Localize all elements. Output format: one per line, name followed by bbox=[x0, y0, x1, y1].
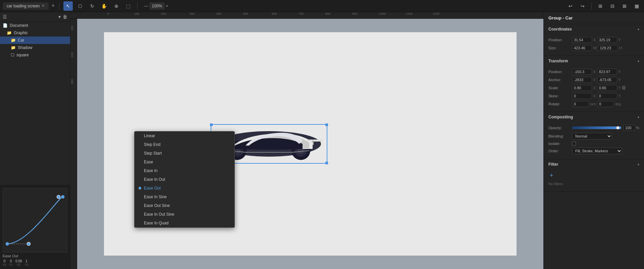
dropdown-item-ease-out-sine[interactable]: Ease Out Sine bbox=[135, 201, 234, 210]
scale-x-input[interactable] bbox=[572, 85, 592, 91]
section-compositing: Compositing ▾ Opacity: % Blending: Norma… bbox=[544, 112, 644, 159]
dropdown-item-ease-in[interactable]: Ease In bbox=[135, 166, 234, 175]
skew-x-input[interactable] bbox=[572, 93, 592, 99]
anchor-y-input[interactable] bbox=[597, 77, 617, 83]
tab[interactable]: car loading screen ✕ bbox=[3, 2, 49, 10]
tool-select[interactable]: ↖ bbox=[63, 1, 73, 11]
grid-btn[interactable]: ⊟ bbox=[608, 1, 617, 11]
isolate-checkbox[interactable] bbox=[572, 142, 576, 146]
tool-frame[interactable]: ⬚ bbox=[124, 1, 133, 11]
dropdown-item-ease-in-quad[interactable]: Ease In Quad bbox=[135, 219, 234, 227]
opacity-thumb[interactable] bbox=[616, 126, 620, 129]
no-filters-label: No filters bbox=[548, 179, 639, 189]
dropdown-label-step-start: Step Start bbox=[144, 151, 162, 156]
curve-x2: 0.58 X2 bbox=[15, 259, 22, 266]
skew-label: Skew: bbox=[548, 94, 572, 98]
tool-rotate[interactable]: ↻ bbox=[88, 1, 97, 11]
curve-x1-label: X1 bbox=[3, 263, 6, 266]
easing-dropdown[interactable]: Linear Step End Step Start Ease Ease In … bbox=[134, 131, 235, 228]
filter-add-btn[interactable]: + bbox=[548, 171, 555, 180]
curve-label: Ease Out bbox=[3, 254, 67, 258]
size-w-input[interactable] bbox=[572, 45, 592, 51]
tool-zoom[interactable]: ⊕ bbox=[112, 1, 121, 11]
curve-canvas[interactable] bbox=[3, 188, 67, 253]
ruler-tick-600: 600 bbox=[272, 12, 277, 15]
section-coordinates-title: Coordinates bbox=[548, 27, 572, 32]
section-transform-header[interactable]: Transform ▾ bbox=[544, 56, 644, 66]
section-compositing-arrow: ▾ bbox=[638, 115, 639, 119]
align-btn[interactable]: ⊠ bbox=[620, 1, 629, 11]
position-x-input[interactable] bbox=[572, 37, 592, 43]
curve-y1: 0 Y1 bbox=[9, 259, 13, 266]
transform-pos-x-input[interactable] bbox=[572, 69, 592, 75]
section-filter-arrow: ▾ bbox=[638, 163, 639, 166]
ruler-v-tick-300: 300 bbox=[70, 79, 74, 84]
section-coordinates-arrow: ▾ bbox=[638, 28, 639, 31]
anchor-x-input[interactable] bbox=[572, 77, 592, 83]
opacity-value-input[interactable] bbox=[623, 125, 635, 131]
zoom-area: — 100% + bbox=[144, 3, 168, 9]
opacity-bar[interactable] bbox=[572, 126, 621, 129]
skew-y-input[interactable] bbox=[597, 93, 617, 99]
undo-btn[interactable]: ↩ bbox=[566, 1, 575, 11]
layer-item-graphic[interactable]: 📁 Graphic bbox=[0, 29, 70, 37]
dropdown-item-step-start[interactable]: Step Start bbox=[135, 149, 234, 158]
prop-isolate: Isolate: bbox=[548, 142, 639, 146]
section-compositing-header[interactable]: Compositing ▾ bbox=[544, 112, 644, 122]
scale-y-input[interactable] bbox=[597, 85, 617, 91]
transform-pos-x-label: X bbox=[593, 70, 596, 74]
section-transform-body: Position: X Y Anchor: X Y bbox=[544, 66, 644, 112]
section-transform-title: Transform bbox=[548, 59, 568, 63]
dropdown-item-linear[interactable]: Linear bbox=[135, 131, 234, 140]
position-label: Position: bbox=[548, 38, 572, 42]
layer-item-document[interactable]: 📄 Document bbox=[0, 22, 70, 29]
zoom-plus-btn[interactable]: + bbox=[166, 4, 168, 8]
dropdown-item-step-end[interactable]: Step End bbox=[135, 140, 234, 149]
section-coordinates-header[interactable]: Coordinates ▾ bbox=[544, 24, 644, 34]
tab-close-icon[interactable]: ✕ bbox=[42, 4, 45, 8]
zoom-minus-btn[interactable]: — bbox=[144, 4, 148, 8]
view-btn[interactable]: ▦ bbox=[632, 1, 641, 11]
layer-item-car[interactable]: 📁 Car bbox=[0, 37, 70, 44]
dropdown-item-ease-in-sine[interactable]: Ease In Sine bbox=[135, 193, 234, 201]
tool-hand[interactable]: ✋ bbox=[100, 1, 109, 11]
transform-pos-y-input[interactable] bbox=[597, 69, 617, 75]
section-filter-header[interactable]: Filter ▾ bbox=[544, 159, 644, 169]
layers-collapse-icon[interactable]: ▾ bbox=[58, 14, 61, 19]
blending-select[interactable]: Normal Multiply Screen bbox=[572, 133, 612, 140]
layer-item-square[interactable]: ☐ square bbox=[0, 51, 70, 59]
prop-order: Order: Fill, Stroke, Markers bbox=[548, 148, 639, 154]
rotate-val-input[interactable] bbox=[572, 101, 589, 107]
ruler-v-tick-100: 100 bbox=[70, 25, 74, 31]
size-h-input[interactable] bbox=[598, 45, 618, 51]
tool-node[interactable]: ⬡ bbox=[75, 1, 85, 11]
layer-icon-square: ☐ bbox=[11, 53, 14, 57]
dropdown-label-ease-in-out-sine: Ease In Out Sine bbox=[144, 212, 174, 217]
order-select[interactable]: Fill, Stroke, Markers bbox=[572, 148, 622, 154]
tab-add-btn[interactable]: + bbox=[51, 2, 55, 9]
ruler-tick-1200: 1200 bbox=[433, 12, 439, 15]
dropdown-item-ease-in-out-sine[interactable]: Ease In Out Sine bbox=[135, 210, 234, 219]
curve-coords: 0 X1 0 Y1 0.58 X2 1 Y2 bbox=[3, 259, 67, 266]
dropdown-item-ease-out[interactable]: Ease Out bbox=[135, 184, 234, 193]
layers-delete-icon[interactable]: 🗑 bbox=[63, 14, 67, 19]
ruler-vertical: 100 200 300 bbox=[70, 19, 77, 269]
section-transform-arrow: ▾ bbox=[638, 59, 639, 63]
size-w-label: W bbox=[593, 46, 596, 50]
curve-y1-value: 0 bbox=[10, 259, 12, 263]
redo-btn[interactable]: ↪ bbox=[578, 1, 587, 11]
layer-icon-document: 📄 bbox=[3, 23, 8, 28]
snap-btn[interactable]: ⊞ bbox=[596, 1, 605, 11]
dropdown-label-ease-in: Ease In bbox=[144, 168, 158, 173]
layer-item-shadow[interactable]: 📁 Shadow bbox=[0, 44, 70, 51]
zoom-value[interactable]: 100% bbox=[150, 3, 165, 9]
position-xy: X Y bbox=[572, 37, 621, 43]
canvas-area[interactable]: 0 100 200 300 400 500 600 700 800 900 10… bbox=[70, 12, 543, 269]
rotate-deg-input[interactable] bbox=[597, 101, 614, 107]
dropdown-item-ease[interactable]: Ease bbox=[135, 158, 234, 166]
dropdown-label-ease-in-out: Ease In Out bbox=[144, 177, 165, 182]
scale-link-icon[interactable]: ⛓ bbox=[622, 86, 626, 90]
dropdown-item-ease-in-out[interactable]: Ease In Out bbox=[135, 175, 234, 184]
layers-menu-icon[interactable]: ☰ bbox=[3, 14, 7, 19]
position-y-input[interactable] bbox=[597, 37, 617, 43]
